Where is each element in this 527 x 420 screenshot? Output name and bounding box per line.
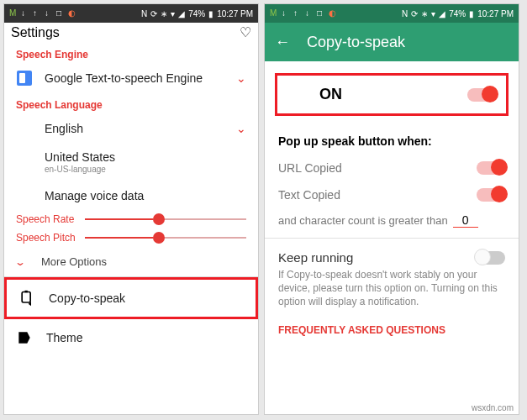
region-row[interactable]: United States en-US-language	[4, 143, 258, 181]
url-copied-toggle[interactable]	[477, 161, 505, 175]
m-icon: M	[270, 9, 278, 18]
clock-text: 10:27 PM	[477, 9, 514, 18]
on-label: ON	[319, 86, 342, 103]
battery-icon: ▮	[208, 9, 213, 18]
svg-rect-0	[22, 292, 30, 303]
google-icon	[14, 68, 34, 88]
battery-icon: ▮	[469, 9, 474, 18]
theme-icon	[16, 329, 33, 346]
text-copied-label: Text Copied	[278, 188, 340, 202]
text-copied-toggle[interactable]	[477, 188, 505, 202]
language-row[interactable]: English ⌄	[4, 114, 258, 143]
manage-voice-row[interactable]: Manage voice data	[4, 181, 258, 210]
manage-voice-label: Manage voice data	[45, 189, 144, 202]
more-options-row[interactable]: ⌄ More Options	[4, 247, 258, 276]
speech-pitch-slider[interactable]	[85, 237, 246, 239]
back-icon[interactable]: ←	[275, 34, 290, 51]
keep-running-row[interactable]: Keep running	[265, 239, 519, 265]
chevron-down-icon: ⌄	[236, 71, 246, 85]
signal-icon: ◢	[439, 9, 445, 18]
chevron-down-icon: ⌄	[236, 122, 246, 135]
region-sub: en-US-language	[45, 165, 246, 174]
faq-link[interactable]: FREQUENTLY ASKED QUESTIONS	[265, 318, 519, 343]
favorite-icon[interactable]: ♡	[240, 24, 251, 40]
chevron-down-icon: ⌄	[14, 256, 26, 268]
speech-engine-header: Speech Engine	[4, 42, 258, 64]
flame-icon: ◐	[68, 9, 76, 18]
nfc-icon: N	[402, 9, 408, 18]
url-copied-label: URL Copied	[278, 161, 342, 175]
svg-rect-1	[25, 291, 28, 293]
bluetooth-icon: ∗	[421, 9, 428, 18]
download-icon: ↓	[282, 9, 290, 18]
status-right: N ⟳ ∗ ▾ ◢ 74% ▮ 10:27 PM	[402, 9, 514, 18]
status-left-icons: M ↓ ↑ ↓ □ ◐	[9, 9, 76, 18]
popup-header: Pop up speak button when:	[265, 128, 519, 155]
status-right: N ⟳ ∗ ▾ ◢ 74% ▮ 10:27 PM	[141, 9, 253, 18]
text-copied-row[interactable]: Text Copied	[265, 181, 519, 208]
speech-language-header: Speech Language	[4, 92, 258, 114]
char-count-row: and character count is greater than	[265, 208, 519, 238]
appbar-title: Copy-to-speak	[307, 34, 405, 51]
app-bar: ← Copy-to-speak	[265, 23, 519, 61]
clipboard-speak-icon	[18, 290, 35, 307]
sync-icon: ⟳	[150, 9, 157, 18]
bluetooth-icon: ∗	[161, 9, 167, 18]
char-count-label: and character count is greater than	[278, 214, 448, 227]
on-toggle[interactable]	[467, 88, 496, 102]
settings-screen: M ↓ ↑ ↓ □ ◐ N ⟳ ∗ ▾ ◢ 74% ▮ 10:27 PM Set…	[3, 3, 259, 415]
watermark: wsxdn.com	[472, 403, 514, 412]
language-label: English	[45, 122, 83, 135]
wifi-icon: ▾	[171, 9, 175, 18]
status-bar: M ↓ ↑ ↓ □ ◐ N ⟳ ∗ ▾ ◢ 74% ▮ 10:27 PM	[265, 4, 519, 23]
speech-rate-label: Speech Rate	[16, 213, 78, 225]
sync-icon: ⟳	[411, 9, 418, 18]
keep-running-toggle[interactable]	[477, 251, 505, 265]
status-left-icons: M ↓ ↑ ↓ □ ◐	[270, 9, 337, 18]
upload-icon: ↑	[293, 9, 302, 18]
speech-pitch-row: Speech Pitch	[4, 228, 258, 247]
signal-icon: ◢	[178, 9, 185, 18]
keep-running-desc: If Copy-to-speak doesn't work stably on …	[265, 265, 519, 318]
clock-text: 10:27 PM	[217, 9, 253, 18]
download-icon: ↓	[21, 9, 29, 18]
theme-row[interactable]: Theme	[4, 319, 258, 356]
char-count-input[interactable]	[453, 213, 478, 228]
theme-label: Theme	[46, 331, 83, 344]
flame-icon: ◐	[329, 9, 337, 18]
more-options-label: More Options	[41, 255, 107, 268]
battery-text: 74%	[449, 9, 466, 18]
upload-icon: ↑	[33, 9, 41, 18]
status-bar: M ↓ ↑ ↓ □ ◐ N ⟳ ∗ ▾ ◢ 74% ▮ 10:27 PM	[4, 4, 258, 23]
download2-icon: ↓	[305, 9, 314, 18]
copy-to-speak-label: Copy-to-speak	[49, 291, 125, 305]
speech-pitch-label: Speech Pitch	[16, 232, 78, 244]
speech-rate-row: Speech Rate	[4, 210, 258, 228]
page-title: Settings	[11, 25, 60, 40]
m-icon: M	[9, 9, 18, 18]
app-icon: □	[56, 9, 65, 18]
keep-running-label: Keep running	[278, 250, 353, 265]
on-toggle-block: ON	[275, 73, 509, 116]
nfc-icon: N	[141, 9, 147, 18]
battery-text: 74%	[188, 9, 205, 18]
tts-engine-row[interactable]: Google Text-to-speech Engine ⌄	[4, 64, 258, 92]
wifi-icon: ▾	[431, 9, 435, 18]
region-label: United States	[45, 150, 115, 164]
download2-icon: ↓	[45, 9, 53, 18]
app-icon: □	[317, 9, 325, 18]
url-copied-row[interactable]: URL Copied	[265, 155, 519, 181]
copy-to-speak-screen: M ↓ ↑ ↓ □ ◐ N ⟳ ∗ ▾ ◢ 74% ▮ 10:27 PM ← C…	[264, 3, 519, 415]
tts-engine-label: Google Text-to-speech Engine	[45, 71, 203, 85]
speech-rate-slider[interactable]	[85, 218, 246, 220]
copy-to-speak-row[interactable]: Copy-to-speak	[4, 277, 258, 319]
